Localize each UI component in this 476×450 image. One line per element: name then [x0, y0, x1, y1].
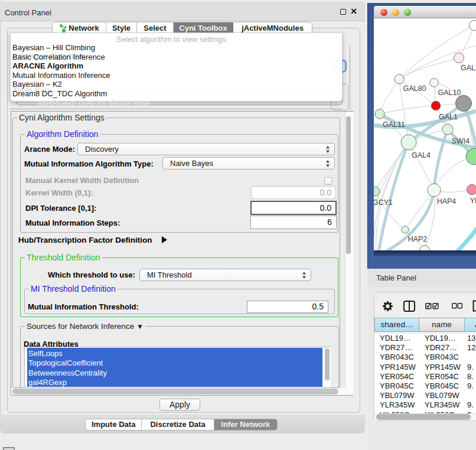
svg-text:YP: YP: [470, 197, 476, 205]
svg-text:GAL2: GAL2: [461, 64, 476, 72]
svg-text:HAP2: HAP2: [408, 235, 428, 243]
svg-text:SWI4: SWI4: [452, 137, 470, 145]
svg-text:GAL10: GAL10: [438, 89, 461, 97]
svg-text:GAL1: GAL1: [439, 113, 458, 121]
svg-text:HAP4: HAP4: [437, 197, 457, 206]
svg-text:GAL4: GAL4: [412, 151, 431, 159]
svg-text:GAL80: GAL80: [403, 84, 426, 93]
svg-text:GCY1: GCY1: [374, 198, 393, 207]
svg-text:GAL11: GAL11: [383, 120, 405, 129]
